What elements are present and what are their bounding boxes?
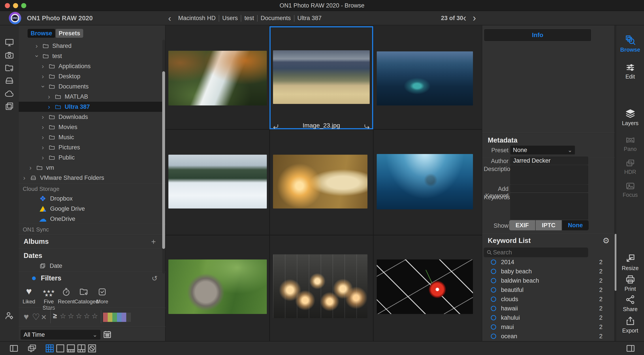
keyword-row[interactable]: clouds2 — [482, 294, 602, 304]
filter-cataloged-button[interactable]: Cataloged — [74, 286, 93, 305]
keyword-search[interactable] — [484, 248, 588, 257]
breadcrumb-item[interactable]: Users — [219, 15, 241, 22]
show-exif-segment[interactable]: EXIF — [509, 220, 535, 230]
keyword-settings-gear-icon[interactable]: ⚙ — [602, 236, 610, 245]
unliked-filter-heart-icon[interactable]: ♡ — [32, 312, 40, 322]
filter-more-button[interactable]: More — [93, 286, 112, 305]
keyword-row[interactable]: 20142 — [482, 258, 602, 267]
module-hdr[interactable]: HDR — [616, 158, 644, 175]
chevron-right-icon[interactable]: › — [46, 94, 52, 100]
cloud-storage-icon[interactable] — [4, 89, 14, 99]
keyword-row[interactable]: hawaii2 — [482, 304, 602, 313]
keyword-row[interactable]: beautiful2 — [482, 285, 602, 294]
clear-like-filter-icon[interactable]: ✕ — [41, 313, 47, 322]
keyword-row[interactable]: kahului2 — [482, 313, 602, 322]
tab-browse[interactable]: Browse — [28, 29, 55, 38]
cloud-item-google-drive[interactable]: Google Drive — [19, 204, 166, 214]
color-filter-green[interactable] — [112, 313, 117, 322]
grid-view-icon[interactable] — [44, 343, 55, 354]
local-drives-icon[interactable] — [4, 76, 14, 86]
tree-item-desktop[interactable]: ›Desktop — [19, 71, 166, 82]
description-field[interactable] — [510, 165, 588, 184]
rating-star-1[interactable]: ☆ — [60, 312, 66, 320]
breadcrumb-item[interactable]: Ultra 387 — [294, 15, 325, 22]
toggle-left-panel-icon[interactable] — [9, 343, 19, 354]
tree-item-vmware-shared-folders[interactable]: ›VMware Shared Folders — [19, 173, 166, 183]
cloud-item-dropbox[interactable]: ❖ Dropbox — [19, 194, 166, 204]
rating-star-4[interactable]: ☆ — [84, 312, 90, 320]
chevron-right-icon[interactable]: › — [40, 124, 46, 130]
liked-filter-heart-icon[interactable]: ♥ — [24, 312, 29, 322]
keywords-field[interactable] — [510, 193, 588, 220]
tree-item-applications[interactable]: ›Applications — [19, 61, 166, 71]
next-photo-button[interactable]: › — [473, 11, 476, 25]
cloud-item-onedrive[interactable]: ☁ OneDrive — [19, 214, 166, 224]
rotate-left-icon[interactable] — [272, 122, 280, 130]
color-filter-gray[interactable] — [126, 313, 131, 322]
module-layers[interactable]: Layers — [616, 108, 644, 126]
keyword-row[interactable]: baby beach2 — [482, 267, 602, 276]
filter-liked-button[interactable]: ♥ Liked — [20, 286, 38, 305]
tree-item-music[interactable]: ›Music — [19, 132, 166, 142]
info-tab-button[interactable]: Info — [484, 29, 592, 42]
breadcrumb-item[interactable]: Documents — [258, 15, 294, 22]
dual-display-icon[interactable] — [27, 343, 37, 354]
rotate-right-icon[interactable] — [363, 122, 371, 130]
thumbnail-lake-boat[interactable] — [377, 52, 473, 106]
tree-item-test[interactable]: ⌄test — [19, 51, 166, 61]
color-filter-red[interactable] — [103, 313, 108, 322]
module-edit[interactable]: Edit — [616, 62, 644, 80]
chevron-down-icon[interactable]: ⌄ — [40, 82, 46, 88]
breadcrumb-item[interactable]: Macintosh HD — [175, 15, 219, 22]
thumbnail-light-bulbs[interactable] — [273, 254, 368, 318]
color-filter-blue[interactable] — [117, 313, 122, 322]
chevron-right-icon[interactable]: › — [40, 63, 46, 69]
detail-view-icon[interactable] — [55, 343, 65, 354]
previous-photo-button[interactable]: ‹ — [463, 11, 466, 25]
tree-item-vm[interactable]: ›vm — [19, 162, 166, 173]
computer-icon[interactable] — [4, 38, 14, 48]
keyword-row[interactable]: baldwin beach2 — [482, 276, 602, 285]
chevron-right-icon[interactable]: › — [28, 165, 33, 170]
keyword-row[interactable]: ocean2 — [482, 332, 602, 341]
module-browse[interactable]: Browse — [616, 34, 644, 53]
thumbnail-elephant[interactable] — [168, 260, 267, 314]
chevron-right-icon[interactable]: › — [34, 43, 40, 49]
calendar-icon[interactable] — [103, 330, 112, 339]
thumbnail-winter-forest[interactable] — [168, 155, 267, 208]
camera-icon[interactable] — [4, 50, 14, 60]
quick-slideshow-icon[interactable] — [87, 343, 97, 354]
color-filter-yellow[interactable] — [108, 313, 112, 322]
rating-star-5[interactable]: ☆ — [92, 312, 98, 320]
tree-item-ultra-387[interactable]: ›Ultra 387 — [19, 102, 166, 112]
thumbnail-sea-turtle[interactable] — [377, 154, 473, 210]
add-album-button[interactable]: + — [151, 237, 156, 246]
compare-view-icon[interactable] — [76, 343, 86, 354]
breadcrumb-back-icon[interactable]: ‹ — [168, 12, 171, 25]
tool-print[interactable]: Print — [616, 274, 644, 292]
filmstrip-view-icon[interactable] — [66, 343, 76, 354]
tree-item-documents[interactable]: ⌄Documents — [19, 82, 166, 92]
account-icon[interactable] — [4, 311, 14, 320]
filter-five-stars-button[interactable]: ★★★★★ Five Stars — [39, 286, 58, 311]
show-iptc-segment[interactable]: IPTC — [536, 220, 562, 230]
thumbnail-waterfall-mill[interactable] — [168, 51, 267, 106]
tool-resize[interactable]: Resize — [616, 253, 644, 272]
cataloged-folders-icon[interactable] — [4, 63, 14, 73]
dates-date-item[interactable]: Date — [19, 261, 166, 271]
toggle-right-panel-icon[interactable] — [626, 343, 636, 354]
chevron-right-icon[interactable]: › — [40, 144, 46, 150]
thumbnail-spa-candle[interactable] — [273, 155, 368, 208]
selected-photo-outline[interactable] — [270, 26, 373, 129]
tool-share[interactable]: Share — [616, 294, 644, 312]
author-field[interactable]: Jarred Decker — [510, 157, 588, 164]
chevron-right-icon[interactable]: › — [40, 114, 46, 120]
reset-filters-icon[interactable]: ↺ — [152, 274, 158, 283]
sidebar-scrollbar-thumb[interactable] — [162, 71, 165, 249]
tree-item-downloads[interactable]: ›Downloads — [19, 112, 166, 122]
rating-star-2[interactable]: ☆ — [68, 312, 74, 320]
add-keyword-field[interactable] — [510, 185, 588, 192]
time-filter-dropdown[interactable]: All Time ⌄ — [20, 330, 100, 340]
module-pano[interactable]: Pano — [616, 135, 644, 152]
chevron-right-icon[interactable]: › — [40, 74, 46, 79]
